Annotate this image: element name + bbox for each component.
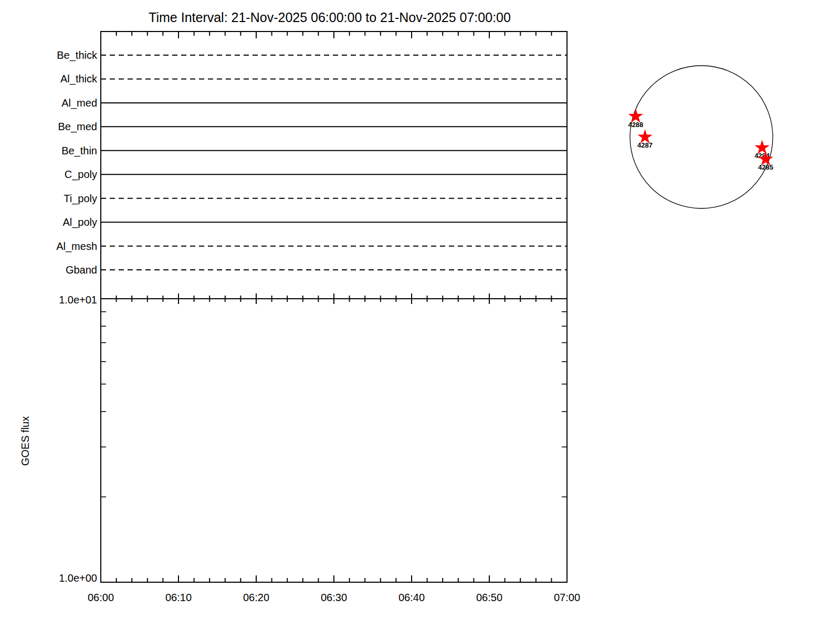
panel-frames bbox=[101, 32, 567, 582]
goes-ymin-tick-label: 1.0e+00 bbox=[59, 572, 97, 584]
x-tick-label: 06:40 bbox=[398, 592, 425, 603]
filter-label: Gband bbox=[66, 264, 97, 276]
x-tick-labels: 06:0006:1006:2006:3006:4006:5007:00 bbox=[88, 592, 580, 603]
filter-label: Be_thick bbox=[57, 49, 98, 61]
goes-ymax-tick-label: 1.0e+01 bbox=[59, 294, 97, 306]
x-tick-label: 06:10 bbox=[165, 592, 192, 603]
x-tick-label: 06:50 bbox=[476, 592, 502, 603]
solar-disk: 4288428742844285 bbox=[628, 66, 773, 208]
active-region-label: 4287 bbox=[637, 141, 653, 149]
filter-label: Be_thin bbox=[61, 145, 97, 157]
solar-disk-outline bbox=[630, 66, 773, 208]
filter-label: Al_thick bbox=[60, 73, 98, 85]
filter-label: Ti_poly bbox=[64, 193, 97, 205]
filter-label: C_poly bbox=[65, 169, 97, 181]
active-region-label: 4288 bbox=[628, 121, 643, 129]
x-tick-label: 06:30 bbox=[321, 592, 347, 603]
x-tick-label: 07:00 bbox=[554, 592, 580, 603]
timeline-panel-frame bbox=[101, 32, 567, 299]
axis-ticks bbox=[101, 32, 567, 582]
filter-timeline-rows: Be_thickAl_thickAl_medBe_medBe_thinC_pol… bbox=[56, 49, 567, 276]
figure-title: Time Interval: 21-Nov-2025 06:00:00 to 2… bbox=[149, 10, 511, 25]
x-tick-label: 06:20 bbox=[243, 592, 269, 603]
filter-label: Al_med bbox=[61, 97, 97, 109]
goes-y-axis-title: GOES flux bbox=[19, 416, 31, 466]
filter-label: Al_poly bbox=[62, 216, 97, 228]
filter-label: Al_mesh bbox=[56, 240, 97, 253]
filter-label: Be_med bbox=[58, 121, 98, 133]
xrt-goes-planning-figure: Time Interval: 21-Nov-2025 06:00:00 to 2… bbox=[0, 0, 840, 630]
plot-canvas: Time Interval: 21-Nov-2025 06:00:00 to 2… bbox=[0, 0, 840, 630]
active-region-label: 4285 bbox=[758, 163, 773, 171]
goes-panel-frame bbox=[101, 299, 567, 582]
x-tick-label: 06:00 bbox=[88, 592, 114, 603]
